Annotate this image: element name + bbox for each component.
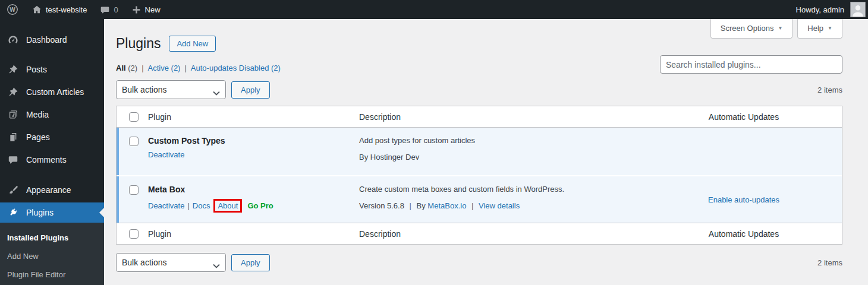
submenu-plugin-file-editor[interactable]: Plugin File Editor — [0, 265, 104, 284]
filter-autoupdates-disabled[interactable]: Auto-updates Disabled (2) — [191, 64, 281, 72]
screen-options-button[interactable]: Screen Options ▼ — [710, 19, 793, 39]
submenu-item-label: Installed Plugins — [7, 233, 68, 242]
sidebar-item-appearance[interactable]: Appearance — [0, 180, 104, 200]
row-checkbox[interactable] — [129, 185, 139, 195]
items-count-bottom: 2 items — [817, 258, 842, 267]
filter-separator: | — [184, 64, 186, 72]
menu-separator — [0, 172, 104, 180]
new-label: New — [145, 5, 161, 14]
sidebar-item-pages[interactable]: Pages — [0, 127, 104, 147]
pages-icon — [7, 131, 19, 143]
plus-icon — [131, 5, 141, 15]
comments-icon — [7, 154, 19, 166]
chevron-down-icon: ▼ — [828, 26, 832, 31]
author-link[interactable]: MetaBox.io — [427, 201, 466, 210]
apply-button-bottom[interactable]: Apply — [231, 254, 270, 271]
pin-icon — [7, 86, 19, 98]
bulk-actions-select-bottom[interactable]: Bulk actions — [116, 253, 226, 272]
bulk-actions-select[interactable]: Bulk actions — [116, 80, 226, 99]
comments-menu[interactable]: 0 — [93, 0, 124, 19]
new-content-menu[interactable]: New — [125, 0, 167, 19]
column-header-plugin[interactable]: Plugin — [148, 112, 359, 122]
howdy-text: Howdy, admin — [796, 5, 844, 14]
deactivate-link[interactable]: Deactivate — [148, 150, 184, 159]
help-button[interactable]: Help ▼ — [797, 19, 842, 39]
comment-count: 0 — [114, 5, 118, 14]
table-header-row: Plugin Description Automatic Updates — [117, 106, 842, 128]
column-footer-description: Description — [359, 229, 646, 239]
search-input[interactable] — [660, 55, 842, 74]
plugin-description: Add post types for custom articles — [359, 136, 646, 145]
avatar[interactable] — [850, 2, 866, 17]
plugin-meta-line: Version 5.6.8 | By MetaBox.io | View det… — [359, 201, 646, 210]
row-checkbox[interactable] — [129, 137, 139, 146]
about-link-highlight-box: About — [213, 199, 242, 213]
sidebar-item-label: Pages — [26, 132, 50, 142]
sidebar-item-comments[interactable]: Comments — [0, 150, 104, 170]
meta-separator: | — [410, 201, 411, 210]
home-icon — [32, 4, 42, 15]
comment-bubble-icon — [100, 5, 110, 15]
filter-all[interactable]: All (2) — [116, 64, 137, 72]
select-all-checkbox[interactable] — [129, 112, 139, 122]
go-pro-link[interactable]: Go Pro — [247, 201, 273, 210]
active-plugin-stripe — [117, 176, 119, 223]
plugin-description: Create custom meta boxes and custom fiel… — [359, 185, 646, 194]
active-plugin-stripe — [117, 128, 119, 175]
table-footer-row: Plugin Description Automatic Updates — [117, 223, 842, 244]
tablenav-top: Bulk actions Apply 2 items — [116, 80, 842, 99]
menu-separator — [0, 52, 104, 59]
sidebar-item-custom-articles[interactable]: Custom Articles — [0, 82, 104, 102]
deactivate-link[interactable]: Deactivate — [148, 201, 184, 210]
enable-auto-updates-link[interactable]: Enable auto-updates — [708, 195, 779, 204]
sidebar-item-media[interactable]: Media — [0, 104, 104, 125]
dashboard-icon — [7, 34, 19, 46]
page-title: Plugins — [116, 34, 161, 52]
submenu-installed-plugins[interactable]: Installed Plugins — [0, 229, 104, 247]
site-menu[interactable]: test-website — [25, 0, 93, 19]
sidebar-item-label: Media — [26, 110, 49, 119]
auto-updates-cell — [646, 128, 842, 175]
sidebar-item-dashboard[interactable]: Dashboard — [0, 30, 104, 50]
submenu-item-label: Plugin File Editor — [7, 270, 65, 279]
filter-separator: | — [141, 64, 143, 72]
about-link[interactable]: About — [218, 201, 238, 210]
chevron-down-icon — [213, 88, 220, 97]
meta-separator: | — [471, 201, 473, 210]
docs-link[interactable]: Docs — [193, 201, 210, 210]
column-footer-plugin[interactable]: Plugin — [148, 229, 359, 239]
view-details-link[interactable]: View details — [479, 201, 520, 210]
sidebar-item-plugins[interactable]: Plugins — [0, 202, 104, 223]
select-all-checkbox[interactable] — [129, 229, 139, 239]
by-label: By — [417, 201, 426, 210]
apply-button[interactable]: Apply — [231, 81, 270, 99]
plugin-name: Custom Post Types — [148, 136, 225, 145]
wordpress-logo-menu[interactable]: W — [0, 0, 25, 19]
version-text: Version 5.6.8 — [359, 201, 404, 210]
sidebar-item-label: Dashboard — [26, 35, 67, 45]
plugins-table: Plugin Description Automatic Updates Cus… — [116, 106, 842, 245]
plugin-byline: By Hostinger Dev — [359, 153, 646, 162]
account-menu[interactable]: Howdy, admin — [790, 0, 845, 19]
items-count: 2 items — [817, 86, 842, 94]
media-icon — [7, 109, 19, 121]
chevron-down-icon: ▼ — [778, 26, 782, 31]
action-separator: | — [187, 201, 189, 210]
bulk-actions-value: Bulk actions — [122, 85, 166, 94]
table-row-meta-box: Meta Box Deactivate | Docs About Go Pro … — [117, 175, 842, 223]
table-row-custom-post-types: Custom Post Types Deactivate Add post ty… — [117, 128, 842, 175]
sidebar-item-posts[interactable]: Posts — [0, 59, 104, 80]
screen-options-label: Screen Options — [721, 24, 774, 33]
plugin-name: Meta Box — [148, 185, 185, 194]
main-content: Screen Options ▼ Help ▼ Plugins Add New … — [104, 19, 868, 285]
plugins-submenu: Installed Plugins Add New Plugin File Ed… — [0, 223, 104, 285]
filter-active[interactable]: Active (2) — [148, 64, 181, 72]
active-menu-arrow — [99, 208, 104, 217]
plugins-icon — [7, 207, 19, 218]
site-name: test-website — [46, 5, 87, 14]
submenu-add-new[interactable]: Add New — [0, 247, 104, 265]
tablenav-bottom: Bulk actions Apply 2 items — [116, 253, 842, 272]
column-header-description: Description — [359, 112, 646, 122]
column-header-auto-updates: Automatic Updates — [646, 112, 842, 122]
add-new-button[interactable]: Add New — [169, 36, 216, 52]
